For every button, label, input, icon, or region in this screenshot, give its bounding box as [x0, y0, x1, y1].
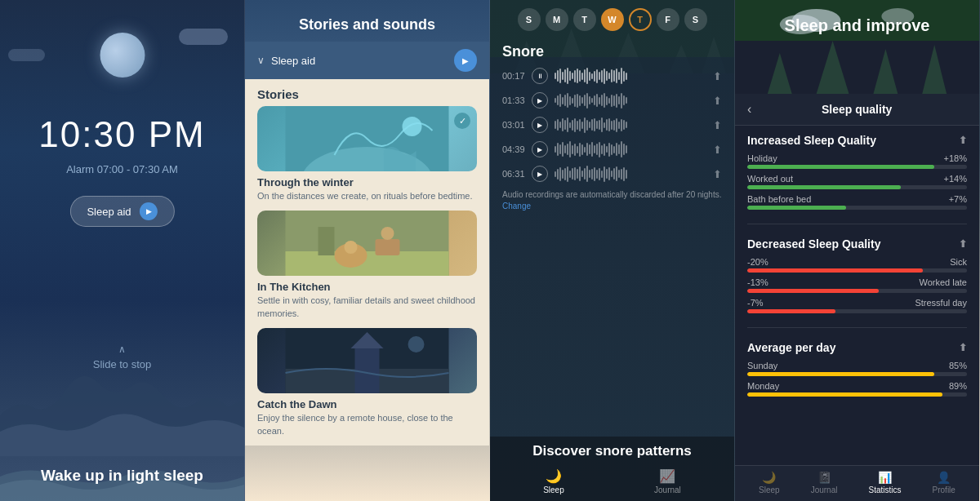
p4-profile-label: Profile: [933, 485, 956, 494]
audio-row-3[interactable]: 03:01 ▶ ⬆: [502, 116, 722, 134]
average-share-button[interactable]: ⬆: [959, 342, 967, 353]
p4-sleep-label: Sleep: [759, 485, 780, 494]
quality-row-bath: Bath before bed +7%: [747, 194, 967, 210]
svg-rect-12: [355, 344, 380, 393]
waveform-4: [555, 140, 706, 158]
p4-nav-sleep[interactable]: 🌙 Sleep: [759, 471, 780, 494]
journal-nav-label: Journal: [654, 485, 681, 494]
slide-to-stop[interactable]: ∧ Slide to stop: [0, 344, 244, 370]
panel4-header-title: Sleep and improve: [735, 16, 979, 35]
discover-title: Discover snore patterns: [490, 437, 734, 463]
back-arrow-icon[interactable]: ‹: [747, 102, 751, 117]
story-check-icon: ✓: [454, 113, 470, 129]
nav-sleep[interactable]: 🌙 Sleep: [543, 468, 564, 494]
divider-2: [747, 327, 967, 328]
day-selector[interactable]: S M T W T F S: [490, 0, 734, 39]
panel4-body: ‹ Sleep quality Increased Sleep Quality …: [735, 94, 979, 501]
bath-bar: [747, 206, 846, 210]
panel4-nav: 🌙 Sleep 📓 Journal 📊 Statistics 👤 Profile: [735, 465, 979, 501]
share-icon-1[interactable]: ⬆: [713, 70, 722, 82]
share-icon-2[interactable]: ⬆: [713, 95, 722, 107]
alarm-display: Alarm 07:00 - 07:30 AM: [0, 163, 244, 175]
quality-row-stressful: -7% Stressful day: [747, 298, 967, 313]
audio-row-4[interactable]: 04:39 ▶ ⬆: [502, 140, 722, 158]
p4-nav-journal[interactable]: 📓 Journal: [811, 471, 838, 494]
sunday-bar: [747, 372, 934, 376]
sleep-aid-bar[interactable]: ∨ Sleep aid ▶: [245, 42, 489, 79]
p4-statistics-label: Statistics: [869, 485, 902, 494]
day-circle-thu[interactable]: T: [629, 8, 652, 31]
story-name-dawn: Catch the Dawn: [257, 398, 477, 410]
play-button-5[interactable]: ▶: [532, 166, 548, 182]
play-button-3[interactable]: ▶: [532, 117, 548, 133]
worked-out-value: +14%: [944, 174, 967, 184]
increased-quality-section: Increased Sleep Quality ⬆ Holiday +18% W…: [735, 126, 979, 219]
day-circle-mon[interactable]: M: [546, 8, 568, 31]
average-section: Average per day ⬆ Sunday 85% Monday 89%: [735, 333, 979, 406]
day-circle-wed[interactable]: W: [601, 8, 624, 31]
pause-button-1[interactable]: ⏸: [532, 68, 548, 84]
audio-time-2: 01:33: [502, 95, 525, 105]
audio-time-3: 03:01: [502, 120, 525, 130]
quality-row-worked-late: -13% Worked late: [747, 277, 967, 293]
bath-label: Bath before bed: [747, 194, 811, 204]
story-image-winter: ✓: [257, 106, 477, 171]
audio-row-5[interactable]: 06:31 ▶ ⬆: [502, 165, 722, 183]
change-link[interactable]: Change: [502, 202, 531, 211]
p4-sleep-icon: 🌙: [762, 471, 776, 484]
chevron-down-icon: ∨: [257, 55, 265, 66]
p4-statistics-icon: 📊: [878, 471, 892, 484]
snore-title: Snore: [502, 43, 722, 60]
quality-row-sick: -20% Sick: [747, 257, 967, 273]
story-desc-winter: On the distances we create, on rituals b…: [257, 190, 477, 202]
p4-journal-label: Journal: [811, 485, 838, 494]
story-desc-kitchen: Settle in with cosy, familiar details an…: [257, 295, 477, 320]
story-card-winter[interactable]: ✓ Through the winter On the distances we…: [245, 106, 489, 211]
share-icon-4[interactable]: ⬆: [713, 144, 722, 156]
audio-time-1: 00:17: [502, 71, 525, 81]
p4-nav-statistics[interactable]: 📊 Statistics: [869, 471, 902, 494]
play-button-2[interactable]: ▶: [532, 92, 548, 109]
nav-journal[interactable]: 📈 Journal: [654, 468, 681, 494]
audio-row-2[interactable]: 01:33 ▶ ⬆: [502, 91, 722, 109]
day-circle-tue[interactable]: T: [573, 8, 596, 31]
day-circle-fri[interactable]: F: [657, 8, 679, 31]
audio-time-5: 06:31: [502, 169, 525, 179]
stressful-value: -7%: [747, 298, 764, 308]
sleep-aid-label: Sleep aid: [87, 206, 131, 218]
monday-value: 89%: [949, 381, 967, 391]
time-display: 10:30 PM: [0, 114, 244, 155]
holiday-bar: [747, 165, 934, 169]
story-dawn-illustration: [257, 328, 477, 393]
svg-point-14: [408, 336, 425, 352]
day-circle-sat[interactable]: S: [684, 8, 707, 31]
increased-share-button[interactable]: ⬆: [959, 135, 967, 146]
p4-profile-icon: 👤: [937, 471, 951, 484]
sleep-aid-button[interactable]: Sleep aid ▶: [69, 196, 174, 227]
panel4-bg: Sleep and improve: [735, 0, 979, 94]
sleep-aid-play-icon[interactable]: ▶: [140, 202, 158, 220]
sleep-aid-bar-play-button[interactable]: ▶: [454, 49, 477, 72]
sunday-value: 85%: [949, 361, 967, 370]
sick-value: -20%: [747, 257, 768, 267]
decreased-quality-section: Decreased Sleep Quality ⬆ -20% Sick -13%…: [735, 229, 979, 322]
share-icon-5[interactable]: ⬆: [713, 168, 722, 180]
day-circle-sun[interactable]: S: [518, 8, 541, 31]
play-button-4[interactable]: ▶: [532, 141, 548, 157]
waveform-2: [555, 91, 706, 109]
holiday-value: +18%: [944, 153, 967, 163]
waveform-3: [555, 116, 706, 134]
decreased-share-button[interactable]: ⬆: [959, 238, 967, 250]
svg-rect-4: [286, 251, 449, 276]
holiday-label: Holiday: [747, 153, 777, 163]
story-card-dawn[interactable]: Catch the Dawn Enjoy the silence by a re…: [245, 328, 489, 446]
moon-icon: [100, 33, 145, 78]
panel-sleep-quality: Sleep and improve ‹ Sleep quality Increa…: [735, 0, 980, 501]
wake-title: Wake up in light sleep: [0, 467, 244, 485]
p4-journal-icon: 📓: [817, 471, 831, 484]
audio-row-1[interactable]: 00:17 ⏸: [502, 67, 722, 85]
story-card-kitchen[interactable]: In The Kitchen Settle in with cosy, fami…: [245, 211, 489, 328]
share-icon-3[interactable]: ⬆: [713, 119, 722, 131]
worked-late-value: -13%: [747, 277, 768, 287]
p4-nav-profile[interactable]: 👤 Profile: [933, 471, 956, 494]
